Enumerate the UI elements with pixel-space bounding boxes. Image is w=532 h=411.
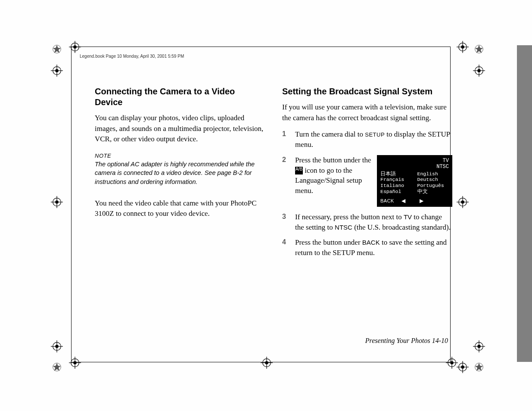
step2-text-b: icon to go to the Language/Signal setup …	[295, 166, 362, 195]
svg-point-29	[55, 345, 58, 348]
crop-mark-icon	[446, 357, 458, 369]
lcd-right-arrow-icon: ▶	[412, 198, 430, 204]
lcd-tv-label: TV	[443, 158, 449, 164]
note-body: The optional AC adapter is highly recomm…	[95, 160, 265, 186]
heading-connecting: Connecting the Camera to a Video Device	[95, 86, 265, 108]
step3-text-a: If necessary, press the button next to	[295, 213, 404, 221]
setup-label-icon: SETUP	[365, 131, 385, 139]
step-1: Turn the camera dial to SETUP to display…	[282, 129, 452, 150]
intro-paragraph: You can display your photos, video clips…	[95, 113, 265, 145]
svg-point-8	[461, 45, 464, 48]
running-header: Legend.book Page 10 Monday, April 30, 20…	[80, 54, 184, 59]
svg-point-13	[55, 69, 58, 72]
lang-es: Español	[380, 189, 412, 195]
ntsc-label: NTSC	[335, 224, 352, 231]
step-4: Press the button under BACK to save the …	[282, 237, 452, 258]
cable-paragraph: You need the video cable that came with …	[95, 198, 265, 219]
broadcast-intro: If you will use your camera with a telev…	[282, 102, 452, 123]
lcd-lang-col2: English Deutsch Português 中文	[417, 171, 449, 195]
svg-point-33	[477, 345, 480, 348]
registration-star-icon	[473, 43, 485, 55]
step4-text-a: Press the button under	[295, 238, 362, 246]
top-rule	[71, 47, 450, 47]
heading-broadcast: Setting the Broadcast Signal System	[282, 86, 452, 97]
step-2: TV NTSC 日本語 Français Italiano Español En…	[282, 155, 452, 207]
crop-mark-icon	[473, 65, 485, 77]
svg-point-42	[265, 361, 268, 364]
registration-star-icon	[473, 361, 485, 373]
back-label: BACK	[362, 239, 380, 246]
right-column: Setting the Broadcast Signal System If y…	[282, 86, 452, 263]
step3-text-c: (the U.S. broadcasting standard).	[352, 223, 451, 231]
lang-de: Deutsch	[417, 177, 449, 183]
step1-text-a: Turn the camera dial to	[295, 130, 365, 138]
svg-point-50	[461, 365, 464, 368]
lcd-lang-col1: 日本語 Français Italiano Español	[380, 171, 412, 195]
crop-mark-icon	[261, 357, 273, 369]
svg-point-46	[450, 361, 453, 364]
svg-point-25	[461, 200, 464, 203]
left-rule	[71, 47, 72, 362]
lang-zh: 中文	[417, 189, 449, 195]
crop-mark-icon	[457, 361, 469, 373]
left-column: Connecting the Camera to a Video Device …	[95, 86, 265, 263]
crop-mark-icon	[457, 41, 469, 53]
crop-mark-icon	[69, 41, 81, 53]
page-footer: Presenting Your Photos 14-10	[365, 337, 448, 345]
crop-mark-icon	[51, 196, 63, 208]
page-content: Connecting the Camera to a Video Device …	[95, 86, 452, 263]
lcd-screenshot: TV NTSC 日本語 Français Italiano Español En…	[377, 155, 452, 207]
lang-it: Italiano	[380, 183, 412, 189]
svg-point-21	[55, 200, 58, 203]
lang-en: English	[417, 171, 449, 177]
step2-text-a: Press the button under the	[295, 156, 371, 164]
right-margin-bar	[517, 45, 532, 362]
crop-mark-icon	[473, 340, 485, 352]
lang-fr: Français	[380, 177, 412, 183]
crop-mark-icon	[457, 196, 469, 208]
svg-point-38	[73, 361, 76, 364]
crop-mark-icon	[51, 65, 63, 77]
lcd-back-label: BACK	[380, 198, 394, 204]
step-3: If necessary, press the button next to T…	[282, 212, 452, 233]
lcd-left-arrow-icon: ◀	[394, 198, 412, 204]
steps-list: Turn the camera dial to SETUP to display…	[282, 129, 452, 258]
lcd-ntsc-label: NTSC	[436, 164, 449, 170]
registration-star-icon	[51, 43, 63, 55]
language-signal-icon: A/B	[295, 167, 303, 174]
crop-mark-icon	[69, 357, 81, 369]
note-heading: NOTE	[95, 153, 265, 159]
crop-mark-icon	[51, 340, 63, 352]
registration-star-icon	[51, 361, 63, 373]
svg-point-4	[73, 45, 76, 48]
svg-point-17	[477, 69, 480, 72]
lang-pt: Português	[417, 183, 449, 189]
lang-jp: 日本語	[380, 171, 412, 177]
tv-label: TV	[404, 213, 412, 221]
